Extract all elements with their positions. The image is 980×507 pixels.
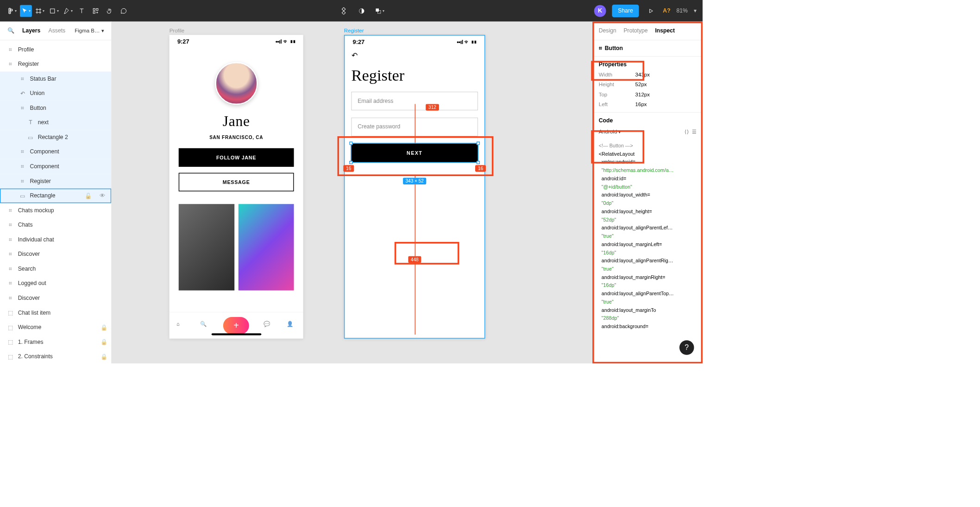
status-time: 9:27 bbox=[177, 38, 189, 45]
code-platform-dropdown[interactable]: Android ▾ bbox=[599, 129, 621, 134]
lock-icon[interactable]: 🔓 bbox=[85, 192, 92, 199]
layer-label: Individual chat bbox=[18, 236, 54, 243]
layer-item[interactable]: ⬚Chat list item bbox=[0, 305, 111, 320]
chat-icon: 💬 bbox=[264, 321, 273, 330]
resources-icon[interactable] bbox=[90, 5, 102, 17]
layer-item[interactable]: ⌗Component bbox=[0, 159, 111, 174]
layer-label: Chat list item bbox=[18, 310, 50, 316]
layer-item[interactable]: ⌗Component bbox=[0, 145, 111, 159]
tab-layers[interactable]: Layers bbox=[22, 27, 40, 34]
profile-icon: 👤 bbox=[287, 321, 296, 330]
list-icon[interactable]: ☰ bbox=[692, 128, 697, 135]
svg-rect-12 bbox=[96, 8, 98, 10]
mask-icon[interactable] bbox=[356, 5, 368, 17]
move-tool-icon[interactable]: ▾ bbox=[20, 5, 32, 17]
comp-icon: ⬚ bbox=[7, 324, 14, 330]
layer-item[interactable]: ⌗Register bbox=[0, 57, 111, 72]
selection-name: Button bbox=[605, 45, 623, 51]
gallery bbox=[179, 204, 294, 290]
layer-item[interactable]: ⌗Discover bbox=[0, 291, 111, 305]
next-button-selected[interactable]: NEXT bbox=[352, 144, 478, 162]
layer-item[interactable]: ⌗Profile bbox=[0, 42, 111, 57]
pen-tool-icon[interactable]: ▾ bbox=[62, 5, 74, 17]
visibility-icon[interactable]: 👁 bbox=[100, 192, 105, 199]
file-dropdown[interactable]: Figma B… ▾ bbox=[75, 28, 104, 34]
status-bar: 9:27 ••ıl ᯤ ▮▮ bbox=[345, 36, 484, 49]
frame-tool-icon[interactable]: ▾ bbox=[34, 5, 46, 17]
layer-item[interactable]: ⌗Status Bar bbox=[0, 71, 111, 86]
layer-item[interactable]: ⌗Chats bbox=[0, 218, 111, 233]
layer-item[interactable]: ⌗Search bbox=[0, 261, 111, 276]
search-nav-icon: 🔍 bbox=[200, 321, 209, 330]
user-avatar[interactable]: K bbox=[594, 5, 606, 17]
layer-item[interactable]: ⌗Chats mockup bbox=[0, 203, 111, 218]
shape-tool-icon[interactable]: ▾ bbox=[48, 5, 60, 17]
layer-item[interactable]: ↶Union bbox=[0, 86, 111, 101]
canvas-frame-register[interactable]: 9:27 ••ıl ᯤ ▮▮ ↶ Register Email address … bbox=[344, 35, 485, 338]
text-tool-icon[interactable] bbox=[75, 5, 88, 17]
lock-icon[interactable]: 🔒 bbox=[101, 324, 107, 331]
search-icon[interactable]: 🔍 bbox=[7, 27, 14, 34]
profile-avatar bbox=[215, 62, 258, 105]
share-button[interactable]: Share bbox=[612, 5, 639, 17]
measure-left: 16 bbox=[343, 165, 354, 171]
layer-label: Register bbox=[30, 178, 51, 184]
next-label: NEXT bbox=[407, 150, 422, 156]
unsaved-indicator: A? bbox=[663, 7, 670, 14]
layer-item[interactable]: Tnext bbox=[0, 115, 111, 130]
present-icon[interactable] bbox=[645, 5, 657, 17]
layer-item[interactable]: ⌗Button bbox=[0, 101, 111, 115]
layers-list[interactable]: ⌗Profile⌗Register⌗Status Bar↶Union⌗Butto… bbox=[0, 40, 111, 364]
measurement-line bbox=[415, 175, 415, 335]
left-panel-tabs: 🔍 Layers Assets Figma B… ▾ bbox=[0, 22, 111, 40]
left-panel: 🔍 Layers Assets Figma B… ▾ ⌗Profile⌗Regi… bbox=[0, 22, 112, 364]
hand-tool-icon[interactable] bbox=[104, 5, 116, 17]
figma-menu-icon[interactable]: ▾ bbox=[6, 5, 18, 17]
code-section: Code Android ▾ ⟨⟩ ☰ bbox=[593, 113, 703, 139]
svg-point-3 bbox=[11, 9, 13, 11]
zoom-level[interactable]: 81% bbox=[677, 7, 688, 14]
measure-top: 312 bbox=[426, 104, 439, 110]
layer-item[interactable]: ▭Rectangle🔓👁 bbox=[0, 189, 111, 203]
layer-item[interactable]: ⌗Discover bbox=[0, 247, 111, 262]
frame-label-profile[interactable]: Profile bbox=[170, 28, 185, 34]
code-icon[interactable]: ⟨⟩ bbox=[685, 128, 689, 135]
canvas-frame-profile[interactable]: 9:27 ••ıl ᯤ ▮▮ Jane SAN FRANCISCO, CA FO… bbox=[170, 35, 303, 338]
frame-label-register[interactable]: Register bbox=[344, 28, 364, 34]
layer-label: 1. Frames bbox=[18, 339, 44, 345]
prop-value: 16px bbox=[635, 101, 647, 108]
frame-icon: ⌗ bbox=[19, 163, 26, 170]
register-title: Register bbox=[345, 60, 484, 84]
profile-name: Jane bbox=[170, 113, 303, 130]
toolbar: ▾ ▾ ▾ ▾ ▾ ▾ K Share A? 81%▾ bbox=[0, 0, 703, 22]
status-bar: 9:27 ••ıl ᯤ ▮▮ bbox=[170, 35, 303, 48]
tab-inspect[interactable]: Inspect bbox=[655, 27, 675, 34]
layer-item[interactable]: ⌗Logged out bbox=[0, 276, 111, 291]
layer-item[interactable]: ▭Rectangle 2 bbox=[0, 130, 111, 145]
tab-design[interactable]: Design bbox=[599, 27, 616, 34]
comment-tool-icon[interactable] bbox=[118, 5, 130, 17]
frame-icon: ⌗ bbox=[7, 266, 14, 272]
layer-item[interactable]: ⌗Individual chat bbox=[0, 232, 111, 247]
layer-item[interactable]: ⌗Register bbox=[0, 174, 111, 189]
frame-icon: ⌗ bbox=[19, 178, 26, 184]
canvas[interactable]: Profile 9:27 ••ıl ᯤ ▮▮ Jane SAN FRANCISC… bbox=[112, 22, 592, 364]
frame-icon: ⌗ bbox=[7, 61, 14, 67]
layer-item[interactable]: ⬚1. Frames🔒 bbox=[0, 335, 111, 349]
tab-prototype[interactable]: Prototype bbox=[623, 27, 647, 34]
code-block[interactable]: <!— Button —><RelativeLayout xmlns:andro… bbox=[593, 139, 703, 336]
comp-icon: ⬚ bbox=[7, 353, 14, 360]
component-icon[interactable] bbox=[338, 5, 350, 17]
lock-icon[interactable]: 🔒 bbox=[101, 353, 107, 360]
help-button[interactable]: ? bbox=[679, 340, 694, 355]
layer-item[interactable]: ⬚Welcome🔒 bbox=[0, 320, 111, 335]
frame-icon: ⌗ bbox=[19, 148, 26, 155]
lock-icon[interactable]: 🔒 bbox=[101, 338, 107, 345]
svg-rect-16 bbox=[342, 7, 346, 11]
layer-item[interactable]: ⬚2. Constraints🔒 bbox=[0, 349, 111, 364]
boolean-icon[interactable]: ▾ bbox=[374, 5, 386, 17]
layer-label: Status Bar bbox=[30, 76, 57, 82]
layer-label: Welcome bbox=[18, 324, 42, 330]
layer-label: Search bbox=[18, 266, 36, 272]
tab-assets[interactable]: Assets bbox=[49, 27, 66, 34]
